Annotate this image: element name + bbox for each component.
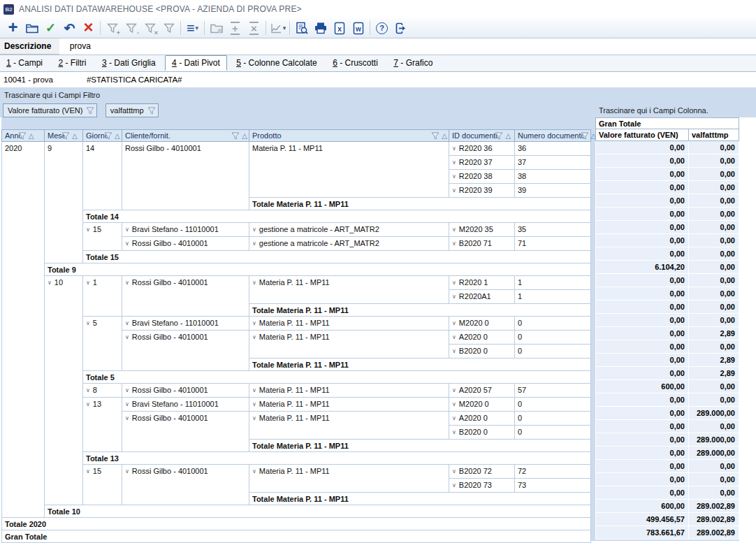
exit-button[interactable]	[391, 20, 410, 37]
collapse-chevron-icon[interactable]: ∨	[252, 415, 256, 421]
sort-asc-icon[interactable]: △	[72, 132, 78, 140]
collapse-chevron-icon[interactable]: ∨	[252, 387, 256, 393]
collapse-chevron-icon[interactable]: ∨	[86, 387, 90, 393]
collapse-chevron-icon[interactable]: ∨	[125, 401, 129, 407]
expand-values-button[interactable]: +	[226, 20, 245, 37]
filter-remove-button[interactable]: ×	[140, 20, 159, 37]
tab-dati-pivot[interactable]: 4 - Dati Pivot	[165, 55, 227, 71]
collapse-chevron-icon[interactable]: ∨	[452, 482, 456, 488]
funnel-icon[interactable]	[147, 107, 156, 115]
collapse-chevron-icon[interactable]: ∨	[452, 429, 456, 435]
collapse-chevron-icon[interactable]: ∨	[125, 415, 129, 421]
collapse-chevron-icon[interactable]: ∨	[452, 294, 456, 300]
print-preview-button[interactable]	[292, 20, 311, 37]
collapse-chevron-icon[interactable]: ∨	[452, 320, 456, 326]
filter-add-button[interactable]: +	[103, 20, 122, 37]
collapse-chevron-icon[interactable]: ∨	[452, 401, 456, 407]
funnel-icon[interactable]	[18, 132, 27, 140]
collapse-chevron-icon[interactable]: ∨	[86, 226, 90, 233]
sort-asc-icon[interactable]: △	[505, 132, 511, 140]
column-header-numero-documento[interactable]: Numero documento△	[515, 130, 591, 142]
collapse-chevron-icon[interactable]: ∨	[452, 240, 456, 247]
pivot-value-row: 0,000,00	[596, 274, 739, 287]
collapse-chevron-icon[interactable]: ∨	[252, 320, 256, 326]
column-header-giorno[interactable]: Giorno△	[83, 130, 122, 142]
funnel-icon[interactable]	[431, 132, 439, 140]
collapse-chevron-icon[interactable]: ∨	[125, 468, 129, 475]
confirm-button[interactable]: ✓	[41, 20, 60, 37]
collapse-chevron-icon[interactable]: ∨	[252, 240, 256, 247]
collapse-chevron-icon[interactable]: ∨	[452, 348, 456, 354]
collapse-chevron-icon[interactable]: ∨	[452, 415, 456, 421]
filter-button[interactable]	[159, 20, 178, 37]
collapse-chevron-icon[interactable]: ∨	[252, 468, 256, 475]
column-header-anno[interactable]: Anno△	[2, 130, 45, 142]
undo-button[interactable]: ↶	[60, 20, 79, 37]
tab-grafico[interactable]: 7 - Grafico	[387, 55, 439, 70]
help-button[interactable]: ?	[372, 20, 391, 37]
collapse-chevron-icon[interactable]: ∨	[125, 320, 129, 326]
collapse-chevron-icon[interactable]: ∨	[452, 145, 456, 152]
collapse-chevron-icon[interactable]: ∨	[452, 159, 456, 166]
collapse-chevron-icon[interactable]: ∨	[48, 280, 52, 286]
collapse-chevron-icon[interactable]: ∨	[125, 334, 129, 340]
pivot-value-cell: 6.104,20	[596, 261, 689, 274]
chart-button[interactable]: ▾	[268, 20, 287, 37]
filter-custom-button[interactable]: ▫	[122, 20, 140, 37]
collapse-chevron-icon[interactable]: ∨	[86, 280, 90, 286]
tab-colonne-calcolate[interactable]: 5 - Colonne Calcolate	[230, 55, 323, 70]
funnel-icon[interactable]	[495, 132, 503, 140]
collapse-chevron-icon[interactable]: ∨	[125, 226, 129, 233]
collapse-chevron-icon[interactable]: ∨	[86, 401, 90, 407]
new-button[interactable]: +	[3, 20, 22, 37]
delete-button[interactable]: ×	[79, 20, 98, 37]
tab-campi[interactable]: 1 - Campi	[0, 55, 49, 70]
layout-menu-button[interactable]: ≡ ▾	[183, 20, 202, 37]
funnel-icon[interactable]	[61, 132, 70, 140]
value-column-header-valfatttmp[interactable]: valfatttmp	[689, 129, 739, 141]
chevron-down-icon: ▾	[196, 25, 199, 31]
export-folder-button[interactable]	[207, 20, 226, 37]
collapse-chevron-icon[interactable]: ∨	[252, 226, 256, 233]
collapse-chevron-icon[interactable]: ∨	[452, 187, 456, 194]
collapse-chevron-icon[interactable]: ∨	[86, 320, 90, 326]
collapse-chevron-icon[interactable]: ∨	[452, 387, 456, 393]
funnel-icon[interactable]	[581, 132, 589, 140]
sort-asc-icon[interactable]: △	[115, 132, 120, 140]
print-button[interactable]	[311, 20, 330, 37]
funnel-icon[interactable]	[231, 132, 240, 140]
tab-cruscotti[interactable]: 6 - Cruscotti	[326, 55, 384, 70]
filter-chip-valfatttmp[interactable]: valfatttmp	[106, 103, 159, 117]
tab-dati-griglia[interactable]: 3 - Dati Griglia	[96, 55, 162, 70]
collapse-chevron-icon[interactable]: ∨	[452, 280, 456, 286]
collapse-chevron-icon[interactable]: ∨	[452, 334, 456, 340]
open-button[interactable]	[22, 20, 41, 37]
collapse-chevron-icon[interactable]: ∨	[452, 226, 456, 233]
collapse-chevron-icon[interactable]: ∨	[452, 468, 456, 475]
collapse-chevron-icon[interactable]: ∨	[125, 240, 129, 247]
filter-chip-valore-fatturato[interactable]: Valore fatturato (VEN)	[3, 103, 97, 117]
sort-asc-icon[interactable]: △	[442, 132, 447, 140]
column-header-id-documento[interactable]: ID documento△	[449, 130, 515, 142]
collapse-chevron-icon[interactable]: ∨	[252, 334, 256, 340]
collapse-chevron-icon[interactable]: ∨	[252, 280, 256, 286]
value-column-header-valore-fatturato[interactable]: Valore fatturato (VEN)	[596, 129, 689, 141]
collapse-chevron-icon[interactable]: ∨	[86, 468, 90, 475]
column-header-prodotto[interactable]: Prodotto△	[249, 130, 449, 142]
collapse-chevron-icon[interactable]: ∨	[125, 387, 129, 393]
description-value[interactable]: prova	[70, 41, 91, 51]
collapse-chevron-icon[interactable]: ∨	[125, 280, 129, 286]
collapse-chevron-icon[interactable]: ∨	[452, 173, 456, 180]
sort-asc-icon[interactable]: △	[29, 132, 34, 140]
column-header-cliente-fornit[interactable]: Cliente/fornit.△	[122, 130, 249, 142]
hide-values-button[interactable]: ×	[245, 20, 263, 37]
tab-filtri[interactable]: 2 - Filtri	[52, 55, 92, 70]
sort-asc-icon[interactable]: △	[242, 132, 247, 140]
column-header-mese[interactable]: Mese△	[45, 130, 83, 142]
pivot-row-cell: 0	[515, 317, 591, 331]
funnel-icon[interactable]	[86, 107, 94, 115]
export-word-button[interactable]: w	[349, 20, 368, 37]
funnel-icon[interactable]	[104, 132, 112, 140]
export-excel-button[interactable]: x	[330, 20, 349, 37]
collapse-chevron-icon[interactable]: ∨	[252, 401, 256, 407]
